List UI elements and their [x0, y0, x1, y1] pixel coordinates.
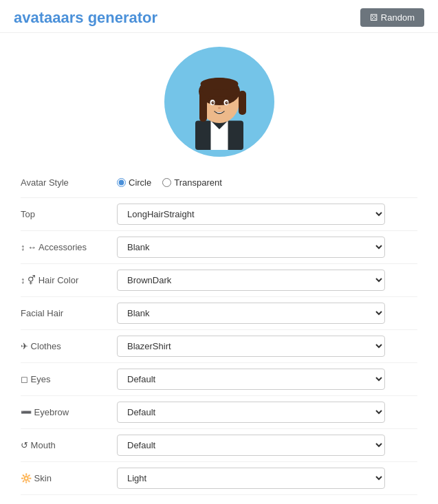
- svg-point-17: [218, 107, 221, 109]
- accessories-row: ↕ ↔ AccessoriesBlankKurtPrescription01Pr…: [21, 231, 417, 264]
- svg-point-16: [226, 102, 228, 103]
- top-value: NoHairEyepatchHatHijabTurbanWinterHat1Wi…: [117, 204, 417, 225]
- avatar-svg: [171, 54, 267, 150]
- clothes-select[interactable]: BlazerShirtBlazerSweaterCollarSweaterGra…: [117, 336, 385, 357]
- style-circle-label: Circle: [129, 177, 151, 188]
- hair-color-label: ↕ ⚥ Hair Color: [21, 275, 117, 285]
- eyes-row: ◻ EyesCloseCryDefaultDizzyEyeRollHappyHe…: [21, 363, 417, 396]
- mouth-select[interactable]: ConcernedDefaultDisbeliefEatingGrimaceSa…: [117, 435, 385, 456]
- eyebrow-row: ➖ EyebrowAngryAngryNaturalDefaultDefault…: [21, 396, 417, 429]
- eyebrow-label: ➖ Eyebrow: [21, 407, 117, 417]
- style-circle-radio[interactable]: [117, 178, 126, 187]
- eyes-label: ◻ Eyes: [21, 374, 117, 384]
- facial-hair-row: Facial HairBlankBeardMediumBeardLightBea…: [21, 297, 417, 330]
- top-row: TopNoHairEyepatchHatHijabTurbanWinterHat…: [21, 198, 417, 231]
- random-button[interactable]: ⚄ Random: [360, 8, 424, 27]
- accessories-label: ↕ ↔ Accessories: [21, 242, 117, 252]
- style-transparent-radio[interactable]: [162, 178, 171, 187]
- mouth-row: ↺ MouthConcernedDefaultDisbeliefEatingGr…: [21, 429, 417, 462]
- svg-rect-8: [239, 91, 246, 115]
- mouth-value: ConcernedDefaultDisbeliefEatingGrimaceSa…: [117, 435, 417, 456]
- svg-point-10: [200, 78, 238, 90]
- facial-hair-label: Facial Hair: [21, 308, 117, 318]
- eyebrow-value: AngryAngryNaturalDefaultDefaultNaturalFl…: [117, 402, 417, 423]
- control-rows-container: TopNoHairEyepatchHatHijabTurbanWinterHat…: [21, 198, 417, 495]
- top-label: Top: [21, 209, 117, 219]
- avatar-preview-container: [0, 33, 438, 168]
- avatar-circle: [164, 47, 274, 157]
- random-icon: ⚄: [370, 12, 377, 23]
- skin-label: 🔆 Skin: [21, 473, 117, 483]
- clothes-label: ✈ Clothes: [21, 341, 117, 351]
- hair-color-select[interactable]: AuburnBlackBlondeBlondeGoldenBrownBrownD…: [117, 270, 385, 291]
- svg-point-15: [212, 102, 214, 103]
- clothes-value: BlazerShirtBlazerSweaterCollarSweaterGra…: [117, 336, 417, 357]
- clothes-row: ✈ ClothesBlazerShirtBlazerSweaterCollarS…: [21, 330, 417, 363]
- app-title: avataaars generator: [14, 9, 157, 27]
- style-circle-option[interactable]: Circle: [117, 177, 151, 188]
- facial-hair-select[interactable]: BlankBeardMediumBeardLightBeardMagesticM…: [117, 303, 385, 324]
- skin-value: TannedYellowPaleLightBrownDarkBrownBlack: [117, 468, 417, 489]
- accessories-select[interactable]: BlankKurtPrescription01Prescription02Rou…: [117, 237, 385, 258]
- eyes-value: CloseCryDefaultDizzyEyeRollHappyHeartsSi…: [117, 369, 417, 390]
- accessories-value: BlankKurtPrescription01Prescription02Rou…: [117, 237, 417, 258]
- eyebrow-select[interactable]: AngryAngryNaturalDefaultDefaultNaturalFl…: [117, 402, 385, 423]
- hair-color-row: ↕ ⚥ Hair ColorAuburnBlackBlondeBlondeGol…: [21, 264, 417, 297]
- avatar-style-options: Circle Transparent: [117, 177, 417, 188]
- facial-hair-value: BlankBeardMediumBeardLightBeardMagesticM…: [117, 303, 417, 324]
- avatar-style-label: Avatar Style: [21, 177, 117, 188]
- style-transparent-option[interactable]: Transparent: [162, 177, 222, 188]
- style-transparent-label: Transparent: [174, 177, 222, 188]
- controls-section: Avatar Style Circle Transparent TopNoHai…: [0, 168, 438, 504]
- hair-color-value: AuburnBlackBlondeBlondeGoldenBrownBrownD…: [117, 270, 417, 291]
- top-select[interactable]: NoHairEyepatchHatHijabTurbanWinterHat1Wi…: [117, 204, 385, 225]
- skin-row: 🔆 SkinTannedYellowPaleLightBrownDarkBrow…: [21, 462, 417, 495]
- eyes-select[interactable]: CloseCryDefaultDizzyEyeRollHappyHeartsSi…: [117, 369, 385, 390]
- skin-select[interactable]: TannedYellowPaleLightBrownDarkBrownBlack: [117, 468, 385, 489]
- header: avataaars generator ⚄ Random: [0, 0, 438, 33]
- avatar-style-row: Avatar Style Circle Transparent: [21, 168, 417, 198]
- mouth-label: ↺ Mouth: [21, 440, 117, 450]
